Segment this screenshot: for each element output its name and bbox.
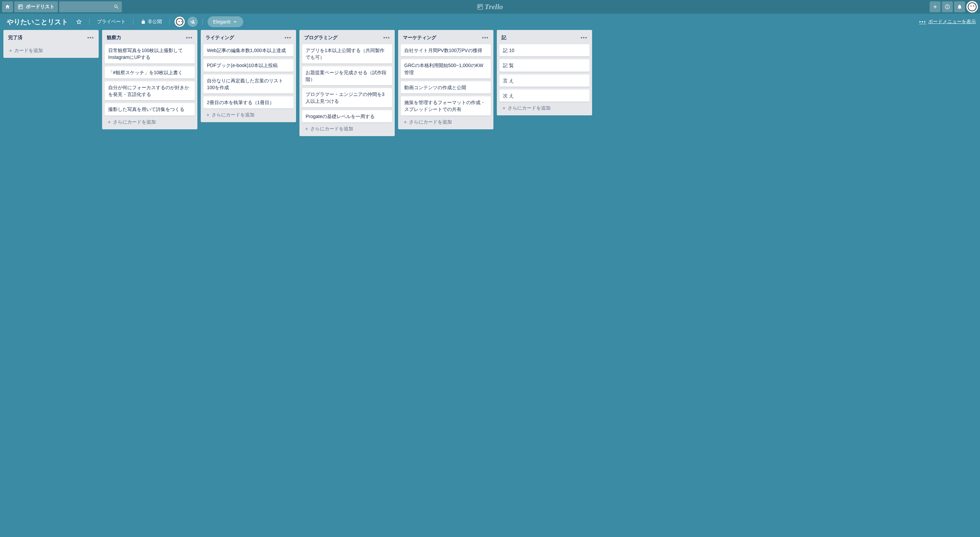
search-box[interactable] (59, 2, 122, 12)
board-visibility[interactable]: 非公開 (138, 16, 165, 27)
list-title[interactable]: ライティング (205, 35, 234, 41)
home-button[interactable] (2, 2, 13, 12)
card[interactable]: 2冊目の本を執筆する（1冊目） (204, 96, 293, 108)
add-card-label: さらにカードを追加 (113, 119, 156, 125)
card[interactable]: GRCの本格利用開始500~1,000のKW管理 (401, 59, 491, 79)
list: 完了済•••＋ カードを追加 (3, 30, 99, 58)
list-menu-button[interactable]: ••• (86, 33, 95, 42)
home-icon (5, 4, 10, 10)
add-card-button[interactable]: ＋ さらにカードを追加 (398, 116, 493, 129)
user-avatar[interactable] (966, 1, 978, 13)
list: プログラミング•••アプリを1本以上公開する（共同製作でも可）お題提案ページを完… (299, 30, 395, 136)
list-title[interactable]: プログラミング (304, 35, 337, 41)
trello-logo-text: Trello (485, 2, 503, 11)
member-avatar[interactable] (175, 17, 185, 27)
card[interactable]: 動画コンテンツの作成と公開 (401, 81, 491, 94)
create-button[interactable] (930, 2, 940, 12)
list-title[interactable]: マーケティング (403, 35, 436, 41)
card[interactable]: 施策を管理するフォーマットの作成・スプレッドシートでの共有 (401, 96, 491, 116)
cards-container: Web記事の編集本数1,000本以上達成PDFブック(e-book)10本以上投… (201, 44, 296, 108)
add-member-button[interactable] (188, 17, 198, 27)
list-menu-button[interactable]: ••• (480, 33, 490, 42)
divider (89, 19, 89, 25)
lock-icon (141, 19, 146, 24)
divider (133, 19, 134, 25)
card[interactable]: 自分が何にフォーカスするのが好きかを発見・言語化する (105, 81, 195, 101)
card[interactable]: 記 覧 (500, 59, 589, 72)
list-header: 完了済••• (3, 30, 99, 44)
board-name[interactable]: やりたいことリスト (4, 18, 71, 27)
list: マーケティング•••自社サイト月間PV数100万PVの獲得GRCの本格利用開始5… (398, 30, 493, 129)
add-member-icon (190, 19, 195, 24)
card[interactable]: 記 10 (500, 44, 589, 56)
plus-icon: ＋ (205, 112, 210, 118)
add-card-button[interactable]: ＋ さらにカードを追加 (299, 123, 395, 136)
plus-icon: ＋ (107, 119, 111, 125)
list-title[interactable]: 記 (501, 35, 506, 41)
card[interactable]: 自社サイト月間PV数100万PVの獲得 (401, 44, 491, 56)
private-label: プライベート (97, 19, 126, 25)
add-card-button[interactable]: ＋ カードを追加 (3, 44, 99, 58)
list-menu-button[interactable]: ••• (382, 33, 391, 42)
card[interactable]: 次 え (500, 89, 589, 102)
card[interactable]: プログラマー・エンジニアの仲間を3人以上見つける (302, 88, 392, 108)
card[interactable]: 撮影した写真を用いて詩集をつくる (105, 103, 195, 115)
header-left: ボードリスト (2, 2, 122, 12)
card[interactable]: 「#観察スケッチ」を10枚以上書く (105, 66, 195, 79)
visibility-label: 非公開 (148, 19, 162, 25)
add-card-button[interactable]: ＋ さらにカードを追加 (497, 102, 592, 115)
card[interactable]: Web記事の編集本数1,000本以上達成 (204, 44, 293, 56)
list-header: プログラミング••• (299, 30, 395, 44)
add-card-label: さらにカードを追加 (508, 105, 550, 111)
add-card-label: さらにカードを追加 (212, 112, 255, 118)
list-header: マーケティング••• (398, 30, 493, 44)
search-input[interactable] (59, 2, 122, 12)
list-menu-button[interactable]: ••• (579, 33, 589, 42)
plus-icon: ＋ (8, 48, 13, 54)
cards-container: 記 10記 覧言 え次 え (497, 44, 592, 102)
list-title[interactable]: 完了済 (8, 35, 22, 41)
trello-logo[interactable]: Trello (477, 2, 503, 11)
svg-rect-1 (19, 5, 20, 8)
list-menu-button[interactable]: ••• (283, 33, 293, 42)
card[interactable]: 日常観察写真を100枚以上撮影してInstagramにUPする (105, 44, 195, 64)
card[interactable]: 言 え (500, 75, 589, 87)
card[interactable]: PDFブック(e-book)10本以上投稿 (204, 59, 293, 72)
list-menu-button[interactable]: ••• (185, 33, 194, 42)
boards-label: ボードリスト (26, 4, 54, 10)
elegantt-button[interactable]: Elegantt (208, 16, 243, 27)
header-right (930, 1, 978, 13)
chevron-double-right-icon (233, 19, 238, 24)
list-header: 観察力••• (102, 30, 197, 44)
card[interactable]: アプリを1本以上公開する（共同製作でも可） (302, 44, 392, 64)
show-menu-label: ボードメニューを表示 (928, 19, 976, 25)
plus-icon: ＋ (304, 126, 309, 132)
board-canvas[interactable]: 完了済•••＋ カードを追加観察力•••日常観察写真を100枚以上撮影してIns… (0, 30, 980, 537)
ellipsis-icon: ••• (919, 19, 926, 24)
svg-rect-2 (21, 5, 22, 7)
add-card-label: さらにカードを追加 (310, 126, 353, 132)
add-card-button[interactable]: ＋ さらにカードを追加 (102, 116, 197, 129)
star-icon (76, 19, 82, 24)
list: 記•••記 10記 覧言 え次 え＋ さらにカードを追加 (497, 30, 592, 115)
avatar-face-icon (176, 18, 183, 25)
info-button[interactable] (942, 2, 953, 12)
notifications-button[interactable] (954, 2, 965, 12)
bell-icon (957, 4, 962, 10)
team-visibility[interactable]: プライベート (94, 16, 128, 27)
boards-button[interactable]: ボードリスト (14, 2, 58, 12)
card[interactable]: お題提案ページを完成させる（試作段階） (302, 66, 392, 86)
show-menu-button[interactable]: ••• ボードメニューを表示 (919, 19, 976, 25)
board-header: やりたいことリスト プライベート 非公開 Elegantt ••• ボードメニュ… (0, 14, 980, 30)
svg-rect-7 (947, 6, 947, 8)
add-card-label: さらにカードを追加 (409, 119, 452, 125)
list-title[interactable]: 観察力 (107, 35, 121, 41)
cards-container: アプリを1本以上公開する（共同製作でも可）お題提案ページを完成させる（試作段階）… (299, 44, 395, 123)
svg-rect-0 (18, 5, 22, 9)
star-button[interactable] (73, 16, 84, 27)
card[interactable]: 自分なりに再定義した言葉のリスト100を作成 (204, 75, 293, 94)
add-card-button[interactable]: ＋ さらにカードを追加 (201, 108, 296, 122)
card[interactable]: Progateの基礎レベルを一周する (302, 110, 392, 123)
cards-container: 自社サイト月間PV数100万PVの獲得GRCの本格利用開始500~1,000のK… (398, 44, 493, 116)
plus-icon: ＋ (501, 105, 506, 111)
